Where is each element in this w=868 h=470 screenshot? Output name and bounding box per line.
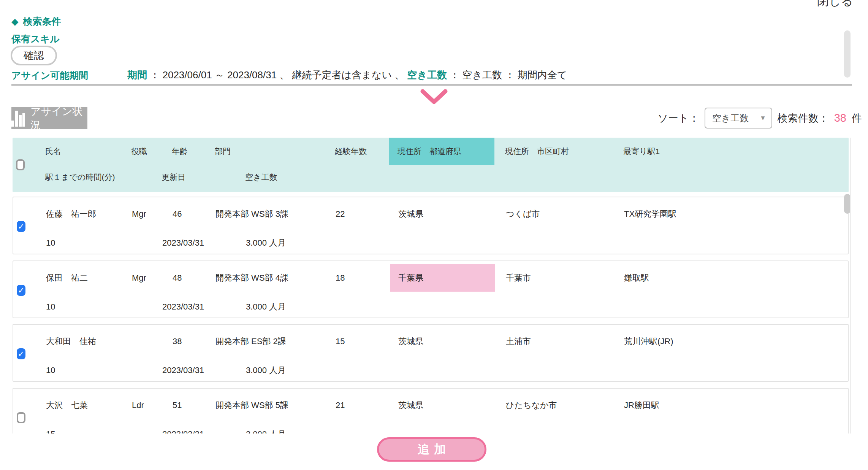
condition-summary: 期間 ： 2023/06/01 ～ 2023/08/31 、 継続予定者は含まな…: [127, 68, 567, 82]
cell-city: ひたちなか市: [495, 400, 611, 411]
cell-name: 保田 祐二: [46, 272, 132, 284]
assign-period-label: アサイン可能期間: [11, 69, 88, 82]
cell-role: Mgr: [132, 273, 173, 283]
cell-time: 15: [46, 429, 162, 433]
assign-search-dialog: 閉じる ◆ 検索条件 保有スキル 確認 アサイン可能期間 期間 ： 2023/0…: [0, 0, 868, 470]
cell-station: JR勝田駅: [611, 400, 848, 411]
result-count-label: 検索件数：: [778, 111, 829, 125]
sort-select[interactable]: 空き工数 ▼: [705, 108, 772, 129]
table-header: ✓ 氏名 役職 年齢 部門 経験年数 現住所 都道府県 現住所 市区町村 最寄り…: [13, 138, 849, 192]
skill-label: 保有スキル: [11, 33, 60, 45]
cell-exp: 21: [336, 400, 390, 410]
header-role: 役職: [131, 146, 172, 157]
capacity-label: 空き工数: [407, 69, 447, 81]
assign-status-label: アサイン状況: [30, 105, 87, 132]
add-button[interactable]: 追加: [377, 437, 486, 462]
header-age: 年齢: [172, 146, 215, 157]
cell-dept: 開発本部 WS部 3課: [215, 208, 336, 220]
header-capacity: 空き工数: [245, 172, 849, 183]
results-table-viewport: ✓ 氏名 役職 年齢 部門 経験年数 現住所 都道府県 現住所 市区町村 最寄り…: [13, 138, 851, 433]
cell-station: 鎌取駅: [611, 272, 848, 284]
header-city: 現住所 市区町村: [494, 146, 611, 157]
cell-city: 千葉市: [495, 272, 611, 284]
table-row: ✓ 大沢 七菜 Ldr 51 開発本部 WS部 5課 21 茨城県 ひたちなか市…: [13, 388, 849, 433]
cell-dept: 開発本部 WS部 4課: [215, 272, 336, 284]
table-row: ✓ 佐藤 祐一郎 Mgr 46 開発本部 WS部 3課 22 茨城県 つくば市 …: [13, 197, 849, 254]
table-row: ✓ 大和田 佳祐 38 開発本部 ES部 2課 15 茨城県 土浦市 荒川沖駅(…: [13, 324, 849, 382]
cell-updated: 2023/03/31: [162, 365, 246, 375]
header-name: 氏名: [45, 146, 131, 157]
header-exp: 経験年数: [335, 146, 389, 157]
cell-pref: 茨城県: [390, 328, 495, 355]
diamond-icon: ◆: [11, 17, 18, 26]
cell-name: 佐藤 祐一郎: [46, 208, 132, 220]
search-conditions-title: 検索条件: [23, 15, 61, 28]
cell-dept: 開発本部 ES部 2課: [215, 336, 336, 347]
assign-status-button[interactable]: アサイン状況: [11, 107, 87, 129]
capacity-value: ： 空き工数 ： 期間内全て: [450, 69, 567, 81]
cell-city: 土浦市: [495, 336, 611, 347]
confirm-button[interactable]: 確認: [11, 46, 57, 65]
cell-updated: 2023/03/31: [162, 238, 246, 248]
cell-capacity: 3.000 人月: [246, 301, 848, 313]
header-pref-label: 現住所 都道府県: [398, 146, 461, 157]
pref-text: 茨城県: [398, 336, 423, 347]
cell-pref: 千葉県: [390, 264, 495, 292]
cell-pref: 茨城県: [390, 200, 495, 228]
cell-capacity: 3.000 人月: [246, 237, 848, 249]
sort-selected-value: 空き工数: [712, 112, 749, 124]
cell-station: 荒川沖駅(JR): [611, 336, 848, 347]
header-time: 駅１までの時間(分): [45, 172, 162, 183]
collapse-chevron-icon[interactable]: [420, 89, 448, 107]
cell-age: 38: [173, 337, 215, 346]
cell-exp: 22: [336, 209, 390, 219]
cell-updated: 2023/03/31: [162, 429, 246, 433]
pref-text: 茨城県: [398, 400, 423, 411]
cell-name: 大和田 佳祐: [46, 336, 132, 347]
header-dept: 部門: [215, 146, 335, 157]
cell-time: 10: [46, 238, 162, 248]
section-divider: [11, 84, 852, 86]
cell-pref: 茨城県: [390, 392, 495, 419]
result-count-unit: 件: [852, 111, 862, 125]
table-row: ✓ 保田 祐二 Mgr 48 開発本部 WS部 4課 18 千葉県 千葉市 鎌取…: [13, 260, 849, 318]
cell-time: 10: [46, 365, 162, 375]
cell-exp: 15: [336, 337, 390, 346]
cell-dept: 開発本部 WS部 5課: [215, 400, 336, 411]
cell-name: 大沢 七菜: [46, 400, 132, 411]
pref-text: 千葉県: [398, 272, 423, 284]
pref-text: 茨城県: [398, 208, 423, 220]
bar-chart-icon: [11, 110, 25, 127]
cell-capacity: 3.000 人月: [246, 365, 848, 376]
search-conditions-header: ◆ 検索条件: [11, 15, 61, 28]
search-panel-scrollbar[interactable]: [844, 30, 851, 78]
cell-age: 46: [173, 209, 215, 219]
cell-updated: 2023/03/31: [162, 302, 246, 312]
period-value: ： 2023/06/01 ～ 2023/08/31 、 継続予定者は含まない 、: [150, 69, 404, 81]
cell-exp: 18: [336, 273, 390, 283]
cell-age: 51: [173, 400, 215, 410]
sort-label: ソート：: [657, 111, 699, 125]
cell-city: つくば市: [495, 208, 611, 220]
period-label: 期間: [127, 69, 147, 81]
cell-role: Mgr: [132, 209, 173, 219]
result-count-value: 38: [834, 112, 846, 124]
cell-time: 10: [46, 302, 162, 312]
table-scrollbar[interactable]: [844, 194, 851, 214]
cell-role: Ldr: [132, 400, 173, 410]
cell-capacity: 3.000 人月: [246, 429, 848, 433]
cell-station: TX研究学園駅: [611, 208, 848, 220]
close-button[interactable]: 閉じる: [817, 0, 853, 9]
sort-result-cluster: ソート： 空き工数 ▼ 検索件数： 38 件: [657, 107, 862, 129]
header-pref[interactable]: 現住所 都道府県: [389, 138, 494, 165]
cell-age: 48: [173, 273, 215, 283]
header-station: 最寄り駅1: [611, 146, 849, 157]
header-updated: 更新日: [162, 172, 245, 183]
chevron-down-icon: ▼: [760, 114, 766, 122]
